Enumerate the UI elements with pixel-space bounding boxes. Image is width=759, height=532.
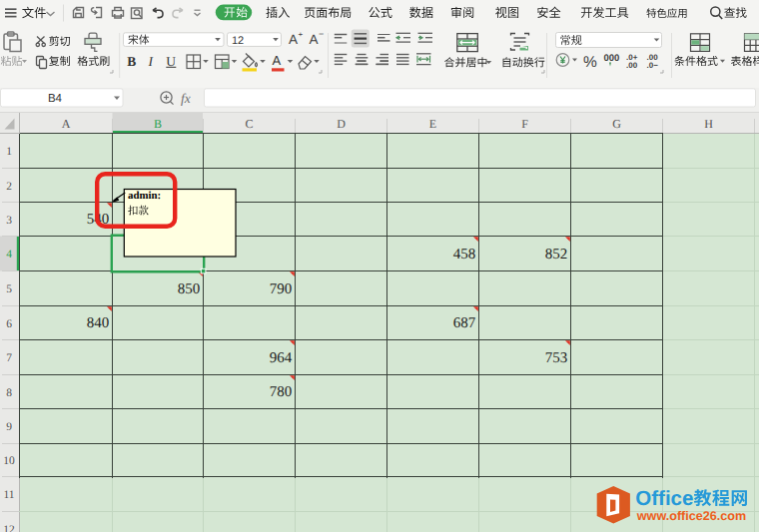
svg-text:9: 9	[6, 421, 12, 433]
svg-text:A: A	[310, 32, 319, 47]
svg-text:8: 8	[6, 387, 12, 399]
svg-text:%: %	[583, 54, 597, 71]
svg-text:687: 687	[453, 315, 476, 331]
svg-text:964: 964	[270, 350, 293, 366]
svg-text:fx: fx	[181, 91, 191, 106]
svg-text:.0−: .0−	[647, 61, 659, 70]
svg-text:4: 4	[6, 249, 12, 261]
svg-text:www.office26.com: www.office26.com	[636, 509, 746, 523]
svg-text:A: A	[273, 53, 282, 68]
svg-text:U: U	[166, 54, 176, 69]
svg-text:000: 000	[604, 53, 620, 64]
svg-text:852: 852	[545, 247, 568, 263]
svg-text:H: H	[704, 117, 713, 131]
svg-text:−: −	[319, 29, 324, 39]
svg-text:753: 753	[545, 350, 568, 366]
svg-text:admin:: admin:	[128, 190, 161, 202]
svg-text:A: A	[289, 32, 298, 47]
svg-text:10: 10	[3, 455, 15, 467]
svg-text:F: F	[521, 117, 528, 131]
svg-text:12: 12	[3, 524, 15, 532]
svg-text:E: E	[429, 117, 436, 131]
svg-text:+: +	[299, 30, 304, 39]
svg-text:12: 12	[232, 35, 244, 47]
svg-text:3: 3	[6, 215, 12, 227]
svg-text:780: 780	[270, 384, 293, 400]
svg-text:Office: Office	[635, 487, 693, 510]
svg-text:G: G	[612, 117, 621, 131]
svg-text:A: A	[62, 117, 71, 131]
svg-text:C: C	[245, 117, 253, 131]
svg-text:790: 790	[270, 281, 293, 297]
svg-text:2: 2	[6, 181, 12, 193]
svg-text:6: 6	[6, 318, 12, 330]
svg-text:B4: B4	[48, 93, 63, 105]
svg-text:7: 7	[6, 352, 12, 364]
svg-text:.00: .00	[626, 61, 638, 70]
svg-text:B: B	[154, 117, 162, 131]
svg-text:458: 458	[453, 247, 476, 263]
svg-text:850: 850	[178, 281, 201, 297]
svg-text:1: 1	[6, 146, 12, 158]
svg-text:5: 5	[6, 283, 12, 295]
svg-text:B: B	[127, 54, 136, 69]
svg-text:11: 11	[3, 489, 14, 501]
svg-text:D: D	[337, 117, 346, 131]
svg-text:840: 840	[87, 315, 110, 331]
